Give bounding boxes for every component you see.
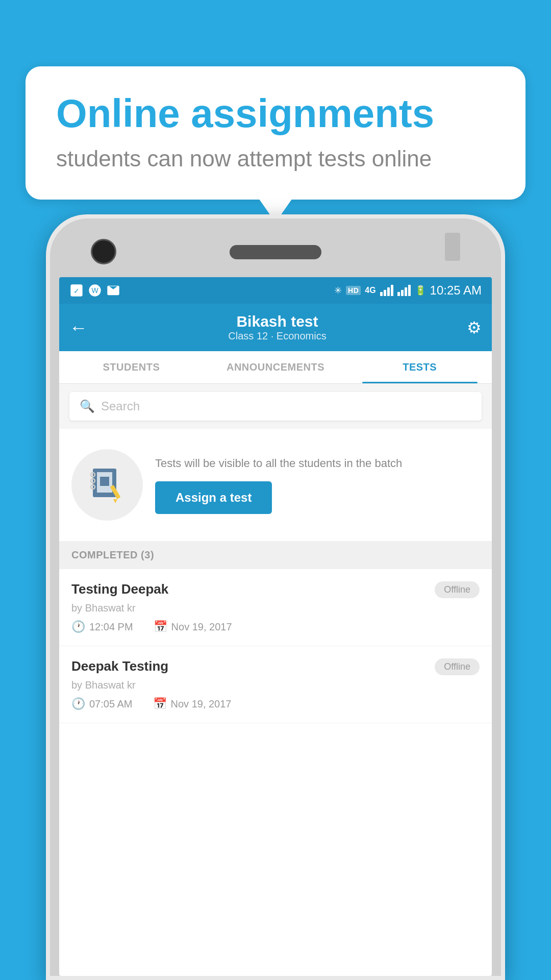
search-container: 🔍 Search [59,384,492,429]
clock-icon: 🕐 [71,620,85,633]
side-button [445,233,460,261]
svg-text:W: W [91,286,98,295]
assign-test-button[interactable]: Assign a test [155,481,272,514]
status-badge: Offline [435,581,480,598]
tab-students[interactable]: STUDENTS [59,351,204,383]
camera-icon [91,239,116,264]
test-author: by Bhaswat kr [71,679,480,691]
phone-frame: ✓ W ✳ HD 4G [46,214,505,980]
tabs: STUDENTS ANNOUNCEMENTS TESTS [59,351,492,384]
bubble-title: Online assignments [56,92,495,136]
test-name: Deepak Testing [71,658,168,674]
test-item[interactable]: Testing Deepak Offline by Bhaswat kr 🕐 1… [59,569,492,646]
notification-icon-2: W [88,283,102,298]
status-bar: ✓ W ✳ HD 4G [59,277,492,304]
tab-tests[interactable]: TESTS [347,351,492,383]
calendar-icon: 📅 [154,620,167,633]
notebook-icon [87,464,128,505]
test-date: 📅 Nov 19, 2017 [153,697,232,710]
notification-icon-1: ✓ [69,283,84,298]
test-name: Testing Deepak [71,581,168,597]
settings-icon[interactable]: ⚙ [467,318,482,337]
test-item-header: Testing Deepak Offline [71,581,480,598]
class-subtitle: Class 12 · Economics [228,330,326,342]
speech-bubble: Online assignments students can now atte… [26,66,525,200]
completed-header: COMPLETED (3) [59,541,492,569]
info-description: Tests will be visible to all the student… [155,456,480,472]
header-center: Bikash test Class 12 · Economics [228,313,326,342]
svg-text:✓: ✓ [73,287,80,295]
status-icons-right: ✳ HD 4G [334,283,482,298]
tab-announcements[interactable]: ANNOUNCEMENTS [204,351,348,383]
test-author: by Bhaswat kr [71,602,480,614]
status-icons-left: ✓ W [69,283,120,298]
test-time: 🕐 07:05 AM [71,697,133,710]
app-header: ← Bikash test Class 12 · Economics ⚙ [59,304,492,351]
test-item[interactable]: Deepak Testing Offline by Bhaswat kr 🕐 0… [59,646,492,723]
notification-icon-3 [106,283,120,298]
signal-bars-2 [397,285,411,296]
speaker [230,245,321,259]
test-meta: 🕐 07:05 AM 📅 Nov 19, 2017 [71,697,480,710]
signal-bars [380,285,393,296]
status-time: 10:25 AM [430,283,482,298]
svg-rect-11 [100,477,109,486]
search-icon: 🔍 [80,399,95,413]
battery-icon: 🔋 [415,285,426,296]
calendar-icon: 📅 [153,697,167,710]
test-time: 🕐 12:04 PM [71,620,133,633]
search-bar[interactable]: 🔍 Search [69,392,482,421]
hd-badge: HD [346,286,361,295]
phone-inner: ✓ W ✳ HD 4G [50,218,501,976]
phone-screen: ✓ W ✳ HD 4G [59,277,492,976]
svg-marker-13 [113,499,117,503]
search-placeholder: Search [101,399,140,413]
test-item-header: Deepak Testing Offline [71,658,480,675]
bluetooth-icon: ✳ [334,285,342,296]
class-title: Bikash test [228,313,326,330]
status-badge: Offline [435,658,480,675]
clock-icon: 🕐 [71,697,85,710]
info-right: Tests will be visible to all the student… [155,456,480,514]
info-section: Tests will be visible to all the student… [59,429,492,541]
network-badge: 4G [365,286,375,295]
test-date: 📅 Nov 19, 2017 [154,620,232,633]
bubble-subtitle: students can now attempt tests online [56,146,495,172]
test-meta: 🕐 12:04 PM 📅 Nov 19, 2017 [71,620,480,633]
back-button[interactable]: ← [69,317,88,338]
test-icon-circle [71,449,143,521]
